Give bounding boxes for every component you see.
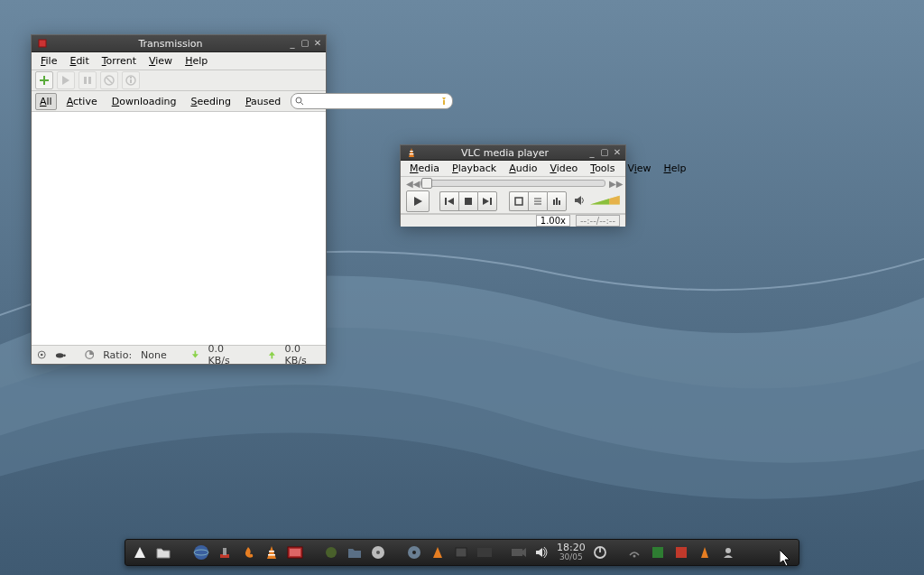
- remove-button[interactable]: [100, 71, 118, 89]
- svg-point-17: [64, 355, 67, 357]
- vlc-task-icon[interactable]: [263, 543, 281, 561]
- playlist-button[interactable]: [528, 191, 547, 211]
- svg-rect-27: [445, 198, 447, 205]
- svg-rect-67: [652, 547, 663, 558]
- svg-point-15: [41, 354, 43, 357]
- task-vlc2-icon[interactable]: [429, 543, 447, 561]
- svg-marker-58: [433, 547, 442, 558]
- task-app2-icon[interactable]: [452, 543, 470, 561]
- burner-icon[interactable]: [239, 543, 257, 561]
- svg-rect-52: [290, 549, 300, 556]
- next-button[interactable]: [477, 191, 497, 211]
- volume-slider[interactable]: [590, 194, 620, 209]
- browser-icon[interactable]: [192, 543, 210, 561]
- fullscreen-button[interactable]: [509, 191, 528, 211]
- minimize-button[interactable]: _: [288, 39, 297, 48]
- maximize-button[interactable]: ▢: [300, 39, 310, 48]
- menu-file[interactable]: File: [35, 53, 62, 69]
- tray-user-icon[interactable]: [719, 543, 737, 561]
- menu-help[interactable]: Help: [180, 53, 213, 69]
- task-folder-icon[interactable]: [346, 543, 364, 561]
- svg-rect-47: [223, 548, 226, 555]
- menu-video[interactable]: Video: [544, 161, 583, 176]
- menu-media[interactable]: Media: [404, 161, 445, 176]
- vlc-time: --:--/--:--: [576, 215, 620, 227]
- pause-button[interactable]: [79, 71, 97, 89]
- svg-rect-59: [456, 548, 467, 557]
- menu-edit[interactable]: Edit: [64, 53, 94, 69]
- mute-button[interactable]: [574, 194, 587, 209]
- task-app1-icon[interactable]: [322, 543, 340, 561]
- filter-all[interactable]: All: [35, 93, 57, 110]
- app-menu-icon[interactable]: [131, 543, 149, 561]
- menu-help[interactable]: Help: [659, 161, 692, 176]
- gear-icon[interactable]: [37, 349, 46, 360]
- filter-downloading[interactable]: Downloading: [107, 93, 181, 110]
- close-button[interactable]: ✕: [613, 148, 622, 157]
- seek-back-icon[interactable]: ◀◀: [406, 179, 417, 189]
- tray-app1-icon[interactable]: [649, 543, 667, 561]
- start-button[interactable]: [57, 71, 75, 89]
- power-icon[interactable]: [591, 543, 609, 561]
- menu-torrent[interactable]: Torrent: [97, 53, 142, 69]
- menu-playback[interactable]: Playback: [447, 161, 502, 176]
- menu-view[interactable]: View: [143, 53, 178, 69]
- svg-rect-68: [676, 547, 687, 558]
- seek-fwd-icon[interactable]: ▶▶: [609, 179, 620, 189]
- vlc-control-row: [401, 190, 625, 213]
- stop-button[interactable]: [458, 191, 477, 211]
- maximize-button[interactable]: ▢: [600, 148, 609, 157]
- menu-tools[interactable]: Tools: [585, 161, 620, 176]
- add-torrent-button[interactable]: [35, 71, 53, 89]
- search-icon: [295, 97, 304, 106]
- filter-search[interactable]: [291, 93, 453, 109]
- menu-view[interactable]: View: [622, 161, 656, 176]
- seek-slider[interactable]: [420, 180, 605, 187]
- task-disc-icon[interactable]: [369, 543, 387, 561]
- network-icon[interactable]: [625, 543, 643, 561]
- filter-search-input[interactable]: [308, 95, 436, 107]
- task-app3-icon[interactable]: [476, 543, 494, 561]
- transmission-menubar: File Edit Torrent View Help: [32, 52, 326, 70]
- svg-rect-32: [515, 198, 522, 205]
- clock-date: 30/05: [557, 552, 586, 562]
- svg-marker-4: [62, 76, 69, 85]
- tray-vlc-icon[interactable]: [696, 543, 714, 561]
- prev-button[interactable]: [439, 191, 458, 211]
- vlc-titlebar[interactable]: VLC media player _ ▢ ✕: [401, 145, 625, 161]
- vlc-speed[interactable]: 1.00x: [536, 215, 570, 227]
- minimize-button[interactable]: _: [587, 148, 596, 157]
- close-button[interactable]: ✕: [313, 39, 322, 48]
- svg-line-13: [301, 103, 304, 106]
- torrent-list[interactable]: [32, 112, 326, 345]
- screenshot-icon[interactable]: [286, 543, 304, 561]
- transmission-titlebar[interactable]: Transmission _ ▢ ✕: [32, 35, 326, 52]
- svg-line-8: [106, 78, 112, 83]
- filter-paused[interactable]: Paused: [241, 93, 285, 110]
- svg-point-12: [296, 97, 301, 103]
- play-button[interactable]: [406, 190, 430, 212]
- filter-active[interactable]: Active: [62, 93, 102, 110]
- transmission-filterbar: All Active Downloading Seeding Paused: [32, 91, 326, 112]
- task-cd-icon[interactable]: [405, 543, 423, 561]
- vlc-cone-icon: [404, 145, 419, 160]
- file-manager-icon[interactable]: [154, 543, 172, 561]
- svg-point-70: [725, 548, 731, 553]
- transmission-icon: [35, 36, 50, 51]
- clock[interactable]: 18:20 30/05: [557, 543, 586, 562]
- transmission-task-icon[interactable]: [216, 543, 234, 561]
- svg-point-16: [56, 353, 64, 357]
- tray-app2-icon[interactable]: [672, 543, 690, 561]
- clear-search-icon[interactable]: [439, 97, 448, 106]
- menu-audio[interactable]: Audio: [504, 161, 542, 176]
- equalizer-button[interactable]: [547, 191, 567, 211]
- volume-icon[interactable]: [533, 543, 551, 561]
- svg-marker-23: [409, 148, 414, 157]
- turtle-icon[interactable]: [55, 350, 66, 359]
- svg-marker-28: [448, 198, 454, 205]
- svg-rect-29: [465, 198, 472, 205]
- vlc-window: VLC media player _ ▢ ✕ Media Playback Au…: [400, 144, 626, 226]
- task-camera-icon[interactable]: [510, 543, 528, 561]
- properties-button[interactable]: [122, 71, 140, 89]
- filter-seeding[interactable]: Seeding: [186, 93, 236, 110]
